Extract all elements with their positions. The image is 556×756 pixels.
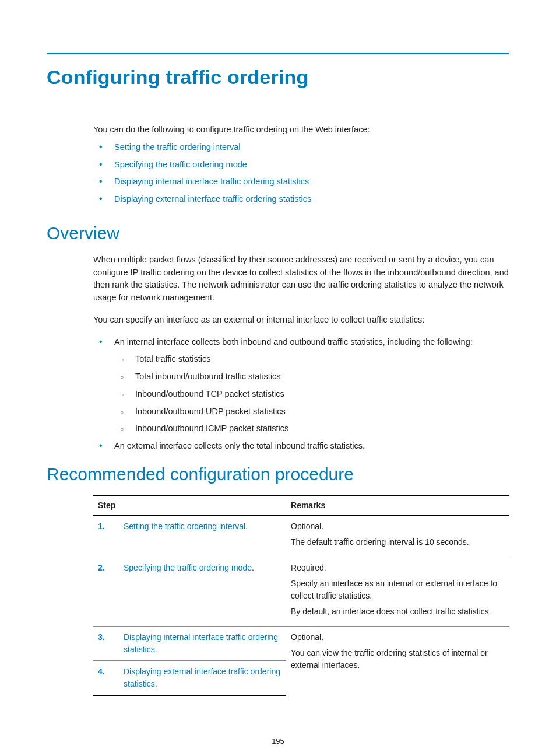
intro-block: You can do the following to configure tr… (93, 124, 509, 206)
overview-heading: Overview (47, 223, 509, 243)
remarks-line: Optional. (291, 520, 505, 533)
remarks-line: Specify an interface as an internal or e… (291, 578, 505, 602)
table-row: 1. Setting the traffic ordering interval… (93, 515, 509, 556)
procedure-heading: Recommended configuration procedure (47, 464, 509, 484)
step-number: 3. (98, 631, 114, 643)
step-link-mode[interactable]: Specifying the traffic ordering mode (124, 563, 252, 572)
table-row: 2. Specifying the traffic ordering mode.… (93, 556, 509, 626)
remarks-line: By default, an interface does not collec… (291, 606, 505, 618)
sub-list: Total traffic statistics Total inbound/o… (114, 353, 509, 435)
intro-link-item: Displaying external interface traffic or… (93, 193, 509, 206)
remarks-line: Optional. (291, 631, 505, 643)
step-link-internal-stats[interactable]: Displaying internal interface traffic or… (124, 632, 278, 654)
remarks-line: You can view the traffic ordering statis… (291, 647, 505, 671)
step-link-interval[interactable]: Setting the traffic ordering interval (124, 522, 245, 531)
sub-item: Inbound/outbound ICMP packet statistics (114, 422, 509, 435)
remarks-line: The default traffic ordering interval is… (291, 536, 505, 548)
document-page: Configuring traffic ordering You can do … (0, 0, 556, 756)
intro-link-item: Displaying internal interface traffic or… (93, 176, 509, 188)
step-number: 4. (98, 666, 114, 678)
remarks-cell-shared: Optional. You can view the traffic order… (286, 626, 509, 695)
sub-item: Inbound/outbound UDP packet statistics (114, 405, 509, 418)
procedure-table: Step Remarks 1. Setting the traffic orde… (93, 495, 509, 696)
intro-text: You can do the following to configure tr… (93, 124, 509, 136)
step-number: 1. (98, 520, 114, 533)
col-remarks: Remarks (286, 495, 509, 516)
step-period: . (252, 563, 254, 572)
step-link-external-stats[interactable]: Displaying external interface traffic or… (124, 667, 280, 688)
overview-para2: You can specify an interface as an exter… (93, 314, 509, 327)
overview-para1: When multiple packet flows (classified b… (93, 254, 509, 304)
remarks-cell: Required. Specify an interface as an int… (286, 556, 509, 626)
step-period: . (155, 679, 157, 688)
intro-link-item: Specifying the traffic ordering mode (93, 159, 509, 172)
sub-item: Total inbound/outbound traffic statistic… (114, 370, 509, 383)
link-display-internal[interactable]: Displaying internal interface traffic or… (114, 177, 309, 186)
procedure-block: Step Remarks 1. Setting the traffic orde… (93, 495, 509, 696)
col-step: Step (93, 495, 286, 516)
sub-item: Total traffic statistics (114, 353, 509, 366)
table-row: 3. Displaying internal interface traffic… (93, 626, 509, 660)
link-specify-mode[interactable]: Specifying the traffic ordering mode (114, 160, 247, 169)
overview-block: When multiple packet flows (classified b… (93, 254, 509, 453)
step-period: . (245, 522, 248, 531)
bullet-internal: An internal interface collects both inbo… (93, 336, 509, 436)
remarks-line: Required. (291, 562, 505, 574)
intro-link-list: Setting the traffic ordering interval Sp… (93, 141, 509, 206)
link-set-interval[interactable]: Setting the traffic ordering interval (114, 142, 241, 152)
page-title: Configuring traffic ordering (47, 66, 509, 89)
overview-bullets: An internal interface collects both inbo… (93, 336, 509, 453)
remarks-cell: Optional. The default traffic ordering i… (286, 515, 509, 556)
link-display-external[interactable]: Displaying external interface traffic or… (114, 194, 311, 204)
bullet-external: An external interface collects only the … (93, 440, 509, 453)
intro-link-item: Setting the traffic ordering interval (93, 141, 509, 154)
sub-item: Inbound/outbound TCP packet statistics (114, 388, 509, 401)
step-period: . (155, 645, 157, 654)
bullet-internal-text: An internal interface collects both inbo… (114, 337, 473, 346)
top-rule (47, 52, 509, 54)
page-number: 195 (47, 737, 509, 746)
step-number: 2. (98, 562, 114, 574)
